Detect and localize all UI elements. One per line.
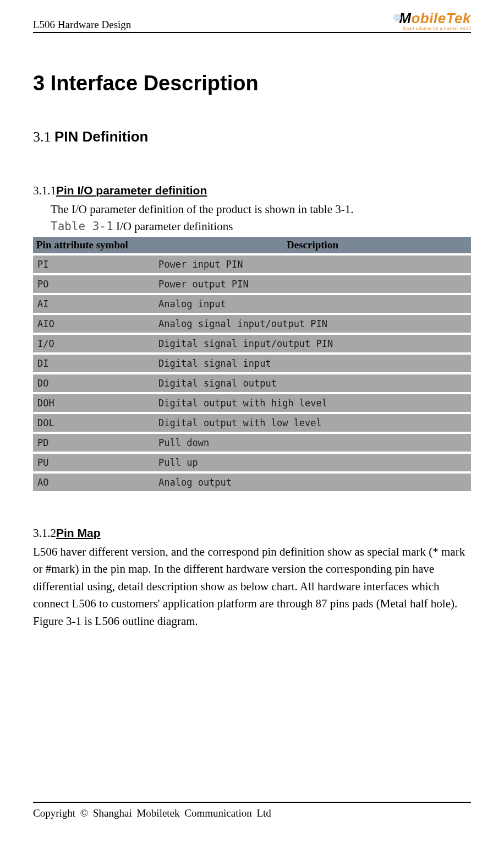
subsection-number: 3.1.1 [33, 184, 56, 198]
doc-title: L506 Hardware Design [33, 19, 131, 31]
subsection-label: Pin Map [56, 526, 101, 539]
copyright-text: Copyright © Shanghai Mobiletek Communica… [33, 807, 471, 819]
cell-desc: Analog output [154, 474, 471, 491]
cell-symbol: PO [33, 275, 154, 293]
logo-slogan: Smart solution for a smarter world [393, 26, 471, 31]
table-row: DIDigital signal input [33, 355, 471, 372]
page-header: L506 Hardware Design MobileTek Smart sol… [33, 0, 471, 31]
table-row: AIOAnalog signal input/output PIN [33, 315, 471, 333]
cell-desc: Digital output with high level [154, 394, 471, 412]
subsection-label: Pin I/O parameter definition [56, 184, 207, 197]
table-header-row: Pin attribute symbol Description [33, 237, 471, 253]
io-parameter-table: Pin attribute symbol Description PIPower… [33, 235, 471, 493]
cell-symbol: AIO [33, 315, 154, 333]
cell-desc: Digital signal output [154, 374, 471, 392]
cell-symbol: AI [33, 295, 154, 313]
footer-divider [33, 802, 471, 803]
logo: MobileTek Smart solution for a smarter w… [393, 10, 471, 31]
cell-symbol: AO [33, 474, 154, 491]
cell-desc: Power input PIN [154, 256, 471, 273]
cell-symbol: DOL [33, 414, 154, 432]
cell-desc: Analog signal input/output PIN [154, 315, 471, 333]
cell-symbol: DI [33, 355, 154, 372]
logo-icon: MobileTek [393, 10, 471, 27]
table-header-symbol: Pin attribute symbol [33, 237, 154, 253]
section-3-1-2-body: L506 haver different version, and the co… [33, 543, 471, 630]
table-row: PIPower input PIN [33, 256, 471, 273]
table-3-1-caption: Table 3-1 I/O parameter definitions [51, 220, 471, 233]
subsection-number: 3.1.2 [33, 526, 56, 540]
cell-symbol: PD [33, 434, 154, 452]
cell-desc: Power output PIN [154, 275, 471, 293]
section-3-1-title: 3.1 PIN Definition [33, 128, 471, 145]
cell-symbol: PI [33, 256, 154, 273]
cell-symbol: I/O [33, 335, 154, 352]
page-footer: Copyright © Shanghai Mobiletek Communica… [33, 802, 471, 819]
cell-desc: Digital signal input/output PIN [154, 335, 471, 352]
table-caption-label: Table 3-1 [51, 220, 113, 233]
cell-desc: Analog input [154, 295, 471, 313]
table-row: AIAnalog input [33, 295, 471, 313]
table-row: AOAnalog output [33, 474, 471, 491]
cell-symbol: PU [33, 454, 154, 471]
section-3-1-1-intro: The I/O parameter definition of the prod… [51, 201, 471, 219]
cell-desc: Digital signal input [154, 355, 471, 372]
section-number: 3.1 [33, 129, 54, 145]
table-row: PDPull down [33, 434, 471, 452]
cell-desc: Digital output with low level [154, 414, 471, 432]
table-caption-text: I/O parameter definitions [113, 220, 233, 233]
cell-desc: Pull down [154, 434, 471, 452]
table-header-description: Description [154, 237, 471, 253]
section-3-1-1-title: 3.1.1 Pin I/O parameter definition [33, 184, 471, 198]
table-row: DOHDigital output with high level [33, 394, 471, 412]
table-row: I/ODigital signal input/output PIN [33, 335, 471, 352]
cell-symbol: DOH [33, 394, 154, 412]
chapter-title: 3 Interface Description [33, 72, 471, 95]
cell-desc: Pull up [154, 454, 471, 471]
table-row: PUPull up [33, 454, 471, 471]
table-row: DODigital signal output [33, 374, 471, 392]
table-row: DOLDigital output with low level [33, 414, 471, 432]
cell-symbol: DO [33, 374, 154, 392]
header-divider [33, 32, 471, 33]
section-3-1-2-title: 3.1.2 Pin Map [33, 526, 471, 540]
section-label: PIN Definition [54, 128, 148, 145]
table-row: POPower output PIN [33, 275, 471, 293]
